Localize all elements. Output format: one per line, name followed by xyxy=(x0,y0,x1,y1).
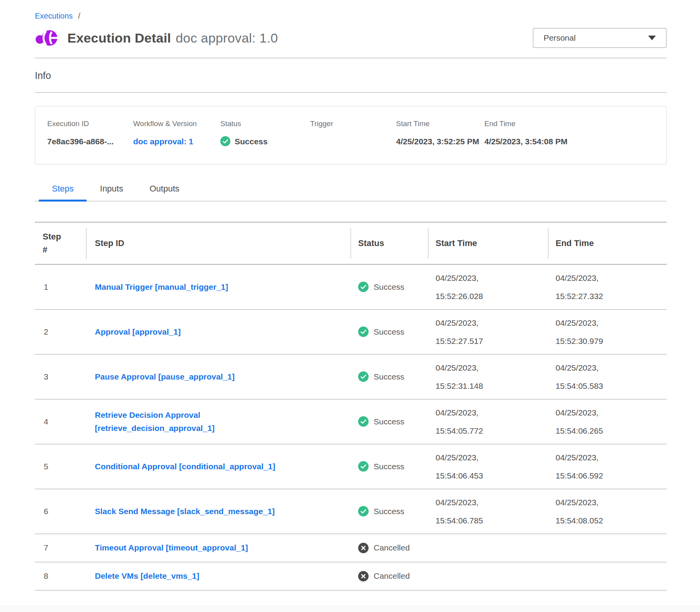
step-status-text: Success xyxy=(374,507,404,516)
step-status-text: Success xyxy=(374,417,404,426)
step-number: 8 xyxy=(35,571,86,581)
tabs: StepsInputsOutputs xyxy=(35,184,667,202)
step-number: 7 xyxy=(35,543,86,552)
step-end-time: 04/25/2023, 15:54:06.265 xyxy=(548,403,667,440)
steps-table: Step # Step ID Status Start Time End Tim… xyxy=(35,222,667,591)
info-field-label: Status xyxy=(220,120,310,128)
table-row: 5 Conditional Approval [conditional_appr… xyxy=(35,444,667,489)
step-status: Success xyxy=(350,506,428,516)
success-icon xyxy=(358,416,369,427)
tab-label: Inputs xyxy=(100,184,123,193)
step-start-time: 04/25/2023, 15:52:27.517 xyxy=(428,314,548,350)
step-end-time xyxy=(548,543,667,552)
step-status: Cancelled xyxy=(350,543,428,553)
step-id-link[interactable]: Approval [approval_1] xyxy=(95,325,181,338)
info-field-label: Trigger xyxy=(310,120,396,128)
step-id-link[interactable]: Pause Approval [pause_approval_1] xyxy=(95,370,235,383)
table-row: 3 Pause Approval [pause_approval_1] Succ… xyxy=(35,355,667,400)
step-status: Success xyxy=(350,282,428,292)
title-row: Execution Detaildoc approval: 1.0 Person… xyxy=(35,27,667,48)
info-field: Start Time 4/25/2023, 3:52:25 PM xyxy=(396,120,484,149)
step-number: 6 xyxy=(35,507,86,516)
column-header-step-id: Step ID xyxy=(86,223,350,264)
info-field-value: 7e8ac396-a868-... xyxy=(47,135,114,149)
step-id-link[interactable]: Manual Trigger [manual_trigger_1] xyxy=(95,280,228,294)
step-end-time: 04/25/2023, 15:52:27.332 xyxy=(548,269,667,305)
cancelled-icon xyxy=(358,543,369,553)
info-field: Execution ID 7e8ac396-a868-... xyxy=(47,120,133,149)
info-field-value[interactable]: doc approval: 1 xyxy=(133,135,193,149)
step-status: Success xyxy=(350,416,428,427)
table-body: 1 Manual Trigger [manual_trigger_1] Succ… xyxy=(35,265,667,591)
step-id-link[interactable]: Timeout Approval [timeout_approval_1] xyxy=(95,541,248,554)
chevron-down-icon xyxy=(648,36,656,40)
column-header-status: Status xyxy=(350,223,428,264)
step-status-text: Cancelled xyxy=(374,571,410,581)
scope-selector[interactable]: Personal xyxy=(533,28,667,48)
page-title: Execution Detaildoc approval: 1.0 xyxy=(67,31,278,46)
table-row: 7 Timeout Approval [timeout_approval_1] … xyxy=(35,534,667,562)
table-row: 6 Slack Send Message [slack_send_message… xyxy=(35,489,667,534)
footer-strip xyxy=(0,605,700,612)
tab-inputs[interactable]: Inputs xyxy=(87,184,136,201)
info-field-label: Workflow & Version xyxy=(133,120,220,128)
info-field: Status Success xyxy=(220,120,310,149)
info-field-value: 4/25/2023, 3:52:25 PM xyxy=(396,135,479,149)
step-id-link[interactable]: Delete VMs [delete_vms_1] xyxy=(95,569,199,583)
title-divider xyxy=(35,58,667,58)
tab-outputs[interactable]: Outputs xyxy=(136,184,192,201)
cancelled-icon xyxy=(358,571,369,581)
column-header-start-time: Start Time xyxy=(428,223,548,264)
step-number: 3 xyxy=(35,372,86,381)
step-start-time: 04/25/2023, 15:54:05.772 xyxy=(428,403,548,440)
info-field-label: Start Time xyxy=(396,120,484,128)
step-number: 4 xyxy=(35,417,86,426)
step-number: 1 xyxy=(35,282,86,292)
success-icon xyxy=(358,282,369,292)
step-id-link[interactable]: Retrieve Decision Approval [retrieve_dec… xyxy=(95,409,312,435)
scope-selector-value: Personal xyxy=(544,33,576,43)
step-status-text: Cancelled xyxy=(374,543,410,552)
step-status: Cancelled xyxy=(350,571,428,581)
step-status: Success xyxy=(350,461,428,472)
tab-steps[interactable]: Steps xyxy=(39,184,87,201)
step-number: 5 xyxy=(35,462,86,471)
execution-detail-page: Executions/ Execution Detaildoc approval… xyxy=(0,0,700,591)
step-id-link[interactable]: Conditional Approval [conditional_approv… xyxy=(95,460,275,473)
success-icon xyxy=(358,371,369,382)
column-header-step-num: Step # xyxy=(35,223,86,264)
step-end-time: 04/25/2023, 15:52:30.979 xyxy=(548,314,667,350)
step-status-text: Success xyxy=(374,282,404,292)
breadcrumb-separator: / xyxy=(78,12,81,20)
info-card: Execution ID 7e8ac396-a868-... Workflow … xyxy=(35,106,667,164)
info-field: Workflow & Version doc approval: 1 xyxy=(133,120,220,149)
tab-label: Outputs xyxy=(149,184,179,193)
info-field: End Time 4/25/2023, 3:54:08 PM xyxy=(484,120,659,149)
table-row: 8 Delete VMs [delete_vms_1] Cancelled xyxy=(35,562,667,591)
table-row: 2 Approval [approval_1] Success 04/25/20… xyxy=(35,310,667,355)
breadcrumb-executions-link[interactable]: Executions xyxy=(35,12,73,20)
step-start-time: 04/25/2023, 15:52:26.028 xyxy=(428,269,548,305)
page-subtitle: doc approval: 1.0 xyxy=(176,31,278,45)
step-start-time: 04/25/2023, 15:54:06.785 xyxy=(428,493,548,530)
step-end-time xyxy=(548,571,667,581)
step-end-time: 04/25/2023, 15:54:05.583 xyxy=(548,359,667,395)
column-header-end-time: End Time xyxy=(548,223,667,264)
step-status-text: Success xyxy=(374,327,404,337)
step-end-time: 04/25/2023, 15:54:06.592 xyxy=(548,448,667,485)
step-status-text: Success xyxy=(374,462,404,471)
table-row: 4 Retrieve Decision Approval [retrieve_d… xyxy=(35,400,667,444)
step-id-link[interactable]: Slack Send Message [slack_send_message_1… xyxy=(95,505,275,518)
info-field-value: Success xyxy=(235,135,268,149)
workflow-logo-icon xyxy=(35,27,60,48)
success-icon xyxy=(358,327,369,337)
success-icon xyxy=(220,136,230,146)
step-start-time: 04/25/2023, 15:54:06.453 xyxy=(428,448,548,485)
info-field-value: 4/25/2023, 3:54:08 PM xyxy=(484,135,568,149)
step-start-time xyxy=(428,543,548,552)
info-heading-divider xyxy=(35,92,667,93)
info-section-heading: Info xyxy=(35,70,667,81)
table-header-row: Step # Step ID Status Start Time End Tim… xyxy=(35,222,667,265)
step-status-text: Success xyxy=(374,372,404,381)
success-icon xyxy=(358,506,369,516)
